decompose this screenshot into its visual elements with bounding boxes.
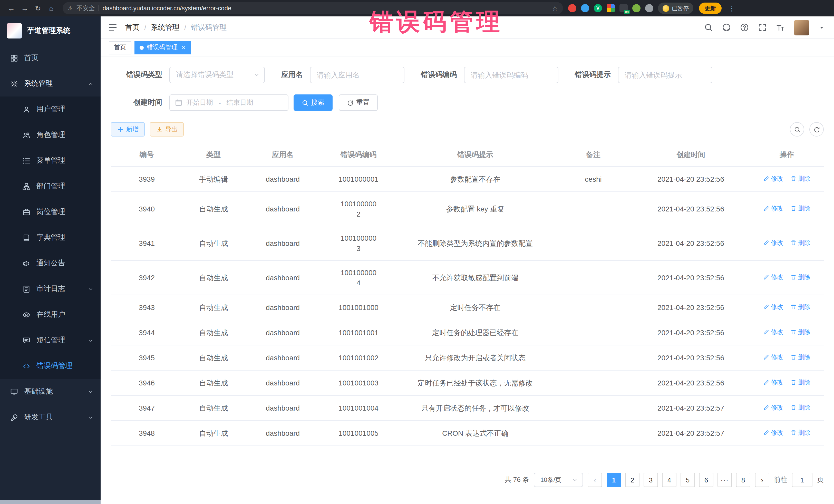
org-tree-icon	[23, 182, 30, 190]
error-hint-input[interactable]	[618, 67, 712, 83]
table-row: 3941自动生成dashboard100100000 3不能删除类型为系统内置的…	[111, 226, 824, 261]
page-button-4[interactable]: 4	[662, 473, 676, 487]
back-icon[interactable]: ←	[5, 2, 18, 14]
more-pages-button[interactable]: ···	[718, 473, 732, 487]
goto-page-input[interactable]	[792, 473, 812, 487]
fullscreen-icon[interactable]	[758, 23, 767, 32]
error-code-table: 编号类型应用名错误码编码错误码提示备注创建时间操作 3939手动编辑dashbo…	[111, 144, 824, 446]
edit-link[interactable]: 修改	[763, 327, 783, 337]
font-size-icon[interactable]	[776, 23, 785, 32]
edit-link[interactable]: 修改	[763, 302, 783, 312]
extension-grid-icon[interactable]	[607, 4, 615, 12]
prev-page-button[interactable]: ‹	[588, 473, 602, 487]
delete-link[interactable]: 删除	[790, 203, 810, 214]
bookmark-star-icon[interactable]: ☆	[552, 4, 558, 12]
edit-link[interactable]: 修改	[763, 238, 783, 248]
sidebar-item-user[interactable]: 用户管理	[0, 96, 101, 122]
export-button[interactable]: 导出	[150, 122, 184, 136]
page-button-1[interactable]: 1	[607, 473, 621, 487]
sidebar-item-system[interactable]: 系统管理	[0, 71, 101, 96]
tag-error-code[interactable]: 错误码管理 ×	[134, 41, 191, 54]
delete-link[interactable]: 删除	[790, 327, 810, 337]
sidebar-item-infra[interactable]: 基础设施	[0, 379, 101, 404]
search-icon	[794, 126, 800, 133]
sidebar-item-sms[interactable]: 短信管理	[0, 327, 101, 353]
app-name-input[interactable]	[310, 67, 404, 83]
reset-button[interactable]: 重置	[339, 94, 378, 111]
cell-type: 自动生成	[183, 192, 244, 226]
delete-icon	[790, 430, 796, 436]
next-page-button[interactable]: ›	[755, 473, 769, 487]
sidebar-item-role[interactable]: 角色管理	[0, 122, 101, 148]
page-button-2[interactable]: 2	[625, 473, 639, 487]
refresh-table-button[interactable]	[809, 122, 824, 136]
error-code-input[interactable]	[464, 67, 558, 83]
delete-link[interactable]: 删除	[790, 428, 810, 438]
browser-menu-kebab-icon[interactable]: ⋮	[726, 4, 738, 12]
edit-link[interactable]: 修改	[763, 352, 783, 363]
hamburger-icon[interactable]	[108, 23, 117, 32]
page-button-8[interactable]: 8	[736, 473, 750, 487]
breadcrumb-system[interactable]: 系统管理	[151, 23, 180, 32]
list-icon	[23, 157, 30, 165]
create-time-range-picker[interactable]: 开始日期 - 结束日期	[169, 94, 288, 111]
search-button[interactable]: 搜索	[293, 94, 333, 111]
add-button[interactable]: 新增	[111, 122, 145, 136]
avatar[interactable]	[794, 20, 809, 35]
page-button-6[interactable]: 6	[699, 473, 714, 487]
delete-link[interactable]: 删除	[790, 302, 810, 312]
extension-blue-icon[interactable]	[581, 4, 589, 12]
delete-link[interactable]: 删除	[790, 352, 810, 363]
delete-link[interactable]: 删除	[790, 238, 810, 248]
sidebar-item-notice[interactable]: 通知公告	[0, 250, 101, 276]
edit-link[interactable]: 修改	[763, 377, 783, 388]
help-icon[interactable]	[740, 23, 749, 32]
edit-link[interactable]: 修改	[763, 428, 783, 438]
sidebar-item-errorcode[interactable]: 错误码管理	[0, 353, 101, 379]
delete-link[interactable]: 删除	[790, 377, 810, 388]
tag-close-icon[interactable]: ×	[182, 44, 185, 51]
update-button[interactable]: 更新	[699, 3, 722, 14]
github-icon[interactable]	[722, 23, 731, 32]
page-unit-label: 页	[817, 475, 824, 484]
reload-icon[interactable]: ↻	[32, 2, 44, 14]
cell-code: 1001000001	[321, 167, 396, 192]
paused-badge[interactable]: 已暂停	[658, 3, 694, 14]
sidebar-item-menu[interactable]: 菜单管理	[0, 148, 101, 174]
page-size-select[interactable]: 10条/页	[534, 473, 583, 487]
edit-link[interactable]: 修改	[763, 402, 783, 413]
tag-home[interactable]: 首页	[109, 41, 131, 54]
avatar-caret-icon[interactable]	[819, 24, 825, 30]
logo[interactable]: 芋道管理系统	[0, 17, 101, 45]
sidebar-item-online[interactable]: 在线用户	[0, 302, 101, 327]
edit-link[interactable]: 修改	[763, 203, 783, 214]
sidebar-item-dept[interactable]: 部门管理	[0, 174, 101, 199]
extension-leaf-icon[interactable]	[632, 4, 640, 12]
delete-icon	[790, 205, 796, 212]
cell-remark	[555, 261, 632, 295]
extension-red-icon[interactable]	[568, 4, 576, 12]
sidebar-item-devtools[interactable]: 研发工具	[0, 404, 101, 430]
header-search-icon[interactable]	[704, 23, 713, 32]
sidebar-item-home[interactable]: 首页	[0, 45, 101, 71]
sidebar-item-dict[interactable]: 字典管理	[0, 225, 101, 250]
page-button-3[interactable]: 3	[643, 473, 658, 487]
delete-link[interactable]: 删除	[790, 272, 810, 282]
extension-green-icon[interactable]: V	[594, 4, 602, 12]
page-button-5[interactable]: 5	[681, 473, 695, 487]
forward-icon[interactable]: →	[19, 2, 31, 14]
toggle-search-button[interactable]	[790, 122, 804, 136]
delete-link[interactable]: 删除	[790, 402, 810, 413]
home-icon[interactable]: ⌂	[45, 2, 58, 14]
breadcrumb-home[interactable]: 首页	[125, 23, 139, 32]
extensions-puzzle-icon[interactable]	[645, 4, 653, 12]
sidebar-item-audit[interactable]: 审计日志	[0, 276, 101, 302]
sidebar-item-post[interactable]: 岗位管理	[0, 199, 101, 225]
edit-link[interactable]: 修改	[763, 174, 783, 184]
edit-link[interactable]: 修改	[763, 272, 783, 282]
sidebar-collapse-handle[interactable]	[0, 500, 101, 504]
error-type-select[interactable]: 请选择错误码类型	[169, 67, 265, 83]
extension-dark-icon[interactable]: on	[619, 4, 628, 12]
delete-link[interactable]: 删除	[790, 174, 810, 184]
megaphone-icon	[23, 259, 30, 267]
